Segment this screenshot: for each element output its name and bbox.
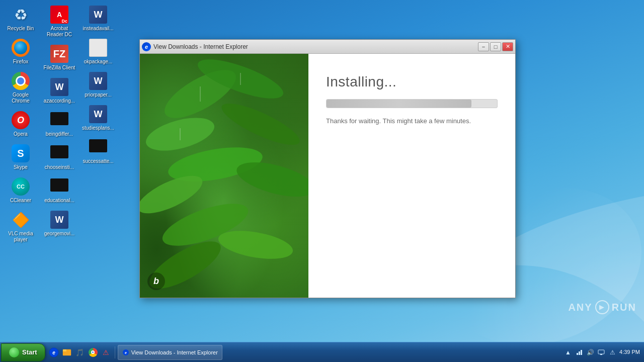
successatte-thumb bbox=[88, 137, 108, 157]
acrobat-icon: A bbox=[49, 5, 69, 25]
svg-point-8 bbox=[216, 226, 295, 263]
opera-icon-item[interactable]: O Opera bbox=[3, 108, 39, 139]
anyrun-watermark: ANY ▶ RUN bbox=[568, 300, 636, 314]
skype-icon: S bbox=[11, 143, 31, 163]
opera-label: Opera bbox=[14, 131, 28, 137]
quicklaunch-media-icon[interactable]: 🎵 bbox=[74, 346, 86, 358]
quicklaunch-explorer-icon[interactable] bbox=[61, 346, 73, 358]
priorpaper-icon-item[interactable]: W priorpaper... bbox=[80, 69, 116, 100]
svg-rect-24 bbox=[600, 354, 602, 355]
anyrun-text-run: RUN bbox=[612, 302, 636, 313]
skype-label: Skype bbox=[14, 164, 28, 170]
firefox-icon-item[interactable]: Firefox bbox=[3, 36, 39, 67]
quicklaunch-warning-icon[interactable]: ⚠ bbox=[100, 346, 112, 358]
anyrun-play-icon: ▶ bbox=[595, 300, 609, 314]
okpackage-icon-item[interactable]: okpackage... bbox=[80, 36, 116, 67]
ie-minimize-button[interactable]: − bbox=[478, 42, 489, 51]
chooseinsti-thumb bbox=[49, 143, 69, 163]
recycle-bin-label: Recycle Bin bbox=[8, 26, 34, 32]
desktop: ♻ Recycle Bin Firefox Google Chrome O Op… bbox=[0, 0, 644, 342]
georgemovi-doc-icon: W bbox=[49, 210, 69, 230]
azaccording-icon-item[interactable]: W azaccording... bbox=[41, 75, 77, 106]
ie-title-text: View Downloads - Internet Explorer bbox=[153, 43, 248, 50]
chooseinsti-icon-item[interactable]: chooseinsti... bbox=[41, 141, 77, 172]
taskbar-ie-icon: e bbox=[122, 349, 129, 356]
ie-close-button[interactable]: ✕ bbox=[502, 42, 513, 51]
progress-bar-container bbox=[326, 99, 498, 108]
taskbar: Start e 🎵 ⚠ e bbox=[0, 342, 644, 362]
successatte-icon-item[interactable]: successatte... bbox=[80, 135, 116, 166]
tray-display-icon[interactable] bbox=[597, 348, 605, 356]
chrome-icon-item[interactable]: Google Chrome bbox=[3, 69, 39, 106]
insteadavail-icon-item[interactable]: W insteadavail... bbox=[80, 3, 116, 34]
ie-logo-icon: e bbox=[142, 42, 151, 51]
clock-time: 4:39 PM bbox=[619, 348, 640, 355]
filezilla-icon-item[interactable]: FZ FileZilla Client bbox=[41, 42, 77, 73]
plant-leaves-svg bbox=[140, 54, 308, 298]
studiesplans-label: studiesplans... bbox=[82, 125, 114, 131]
tray-volume-icon[interactable]: 🔊 bbox=[586, 348, 594, 356]
tray-expand-icon[interactable]: ▲ bbox=[564, 348, 572, 356]
network-icon bbox=[576, 349, 583, 356]
studiesplans-icon-item[interactable]: W studiesplans... bbox=[80, 102, 116, 133]
display-icon bbox=[598, 349, 605, 356]
svg-rect-23 bbox=[598, 350, 604, 354]
filezilla-label: FileZilla Client bbox=[44, 65, 75, 71]
vlc-label: VLC media player bbox=[4, 231, 38, 243]
tray-battery-icon[interactable]: ⚠ bbox=[608, 348, 616, 356]
svg-rect-17 bbox=[63, 351, 71, 355]
recycle-bin-icon-item[interactable]: ♻ Recycle Bin bbox=[3, 3, 39, 34]
quicklaunch-ie-icon[interactable]: e bbox=[48, 346, 60, 358]
desktop-icons-col3: W insteadavail... okpackage... W priorpa… bbox=[80, 3, 120, 166]
okpackage-label: okpackage... bbox=[84, 59, 113, 65]
vlc-icon-item[interactable]: 🔶 VLC media player bbox=[3, 208, 39, 245]
firefox-icon bbox=[11, 38, 31, 58]
chooseinsti-label: chooseinsti... bbox=[45, 164, 74, 170]
vlc-icon: 🔶 bbox=[11, 210, 31, 230]
tray-network-icon[interactable] bbox=[575, 348, 583, 356]
educational-icon-item[interactable]: educational... bbox=[41, 174, 77, 206]
ccleaner-icon-item[interactable]: CC CCleaner bbox=[3, 174, 39, 206]
svg-rect-22 bbox=[581, 350, 582, 355]
beingdiffer-icon-item[interactable]: beingdiffer... bbox=[41, 108, 77, 139]
start-button[interactable]: Start bbox=[1, 343, 45, 361]
desktop-icons-col1: ♻ Recycle Bin Firefox Google Chrome O Op… bbox=[3, 3, 40, 245]
start-label: Start bbox=[22, 348, 37, 356]
educational-thumb bbox=[49, 176, 69, 197]
ie-titlebar: e View Downloads - Internet Explorer − □… bbox=[140, 40, 515, 54]
desktop-icons-col2: A Acrobat Reader DC FZ FileZilla Client … bbox=[41, 3, 79, 239]
ie-maximize-button[interactable]: □ bbox=[490, 42, 501, 51]
georgemovi-icon-item[interactable]: W georgemovi... bbox=[41, 208, 77, 239]
acrobat-icon-item[interactable]: A Acrobat Reader DC bbox=[41, 3, 77, 40]
priorpaper-label: priorpaper... bbox=[85, 92, 111, 98]
insteadavail-label: insteadavail... bbox=[83, 26, 113, 32]
beingdiffer-label: beingdiffer... bbox=[46, 131, 73, 137]
taskbar-ie-label: View Downloads - Internet Explorer bbox=[131, 349, 218, 355]
ie-window-controls: − □ ✕ bbox=[478, 42, 513, 51]
azaccording-doc-icon: W bbox=[49, 77, 69, 97]
installing-title: Installing... bbox=[326, 74, 498, 90]
azaccording-label: azaccording... bbox=[44, 98, 75, 104]
skype-icon-item[interactable]: S Skype bbox=[3, 141, 39, 172]
firefox-label: Firefox bbox=[13, 59, 29, 65]
recycle-bin-icon: ♻ bbox=[11, 5, 31, 25]
svg-point-3 bbox=[217, 96, 304, 152]
filezilla-icon: FZ bbox=[49, 44, 69, 64]
taskbar-open-windows: e View Downloads - Internet Explorer bbox=[115, 345, 560, 360]
ccleaner-label: CCleaner bbox=[10, 198, 31, 204]
start-orb-icon bbox=[9, 347, 19, 357]
svg-rect-21 bbox=[579, 351, 580, 355]
studiesplans-doc-icon: W bbox=[88, 104, 108, 124]
ie-right-panel: Installing... Thanks for waiting. This m… bbox=[308, 54, 515, 298]
acrobat-label: Acrobat Reader DC bbox=[42, 26, 76, 38]
ie-title-left: e View Downloads - Internet Explorer bbox=[142, 42, 248, 51]
chrome-icon bbox=[11, 71, 31, 91]
chrome-label: Google Chrome bbox=[4, 92, 38, 104]
okpackage-blank-icon bbox=[88, 38, 108, 58]
educational-label: educational... bbox=[44, 198, 74, 204]
quicklaunch-chrome-icon[interactable] bbox=[87, 346, 99, 358]
system-tray: ▲ 🔊 ⚠ 4:39 PM bbox=[560, 348, 644, 356]
successatte-label: successatte... bbox=[83, 158, 113, 164]
system-clock[interactable]: 4:39 PM bbox=[619, 348, 640, 355]
taskbar-ie-item[interactable]: e View Downloads - Internet Explorer bbox=[118, 345, 222, 360]
